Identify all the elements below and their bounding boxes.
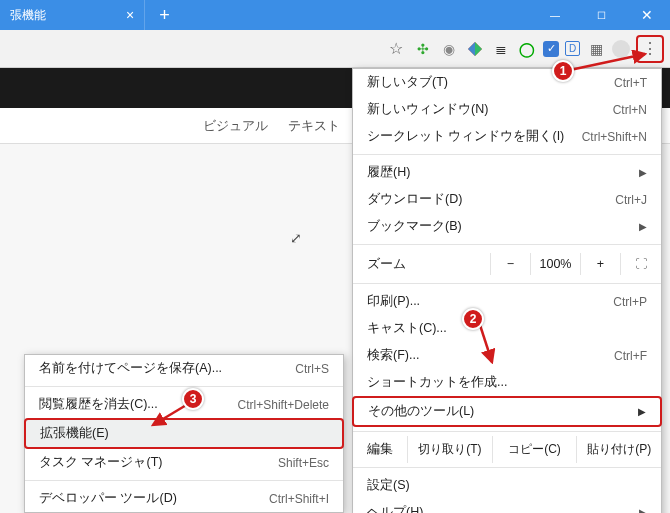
menu-incognito[interactable]: シークレット ウィンドウを開く(I) Ctrl+Shift+N (353, 123, 661, 150)
text-tab[interactable]: テキスト (288, 117, 340, 135)
cut-button[interactable]: 切り取り(T) (407, 436, 492, 463)
menu-divider (25, 480, 343, 481)
extension-grid-icon[interactable]: ▦ (586, 39, 606, 59)
menu-item-label: ダウンロード(D) (367, 191, 462, 208)
menu-item-shortcut: Ctrl+F (614, 349, 647, 363)
submenu-task-manager[interactable]: タスク マネージャ(T) Shift+Esc (25, 449, 343, 476)
menu-item-label: 新しいタブ(T) (367, 74, 448, 91)
menu-item-label: 設定(S) (367, 477, 410, 494)
edit-label: 編集 (353, 436, 407, 463)
menu-item-shortcut: Ctrl+S (295, 362, 329, 376)
menu-item-label: ブックマーク(B) (367, 218, 462, 235)
svg-marker-1 (475, 42, 482, 56)
menu-help[interactable]: ヘルプ(H) ▶ (353, 499, 661, 513)
zoom-value: 100% (531, 253, 581, 275)
close-tab-icon[interactable]: × (126, 7, 134, 23)
window-titlebar: 張機能 × + — ☐ ✕ (0, 0, 670, 30)
menu-item-label: タスク マネージャ(T) (39, 454, 162, 471)
menu-history[interactable]: 履歴(H) ▶ (353, 159, 661, 186)
menu-item-label: 印刷(P)... (367, 293, 420, 310)
extension-diamond-icon[interactable] (465, 39, 485, 59)
menu-edit-row: 編集 切り取り(T) コピー(C) 貼り付け(P) (353, 436, 661, 463)
menu-item-shortcut: Shift+Esc (278, 456, 329, 470)
menu-item-label: 名前を付けてページを保存(A)... (39, 360, 222, 377)
fullscreen-button[interactable]: ⛶ (621, 253, 661, 275)
more-tools-submenu: 名前を付けてページを保存(A)... Ctrl+S 閲覧履歴を消去(C)... … (24, 354, 344, 513)
copy-button[interactable]: コピー(C) (492, 436, 577, 463)
profile-avatar-icon[interactable] (612, 40, 630, 58)
menu-divider (353, 154, 661, 155)
menu-create-shortcut[interactable]: ショートカットを作成... (353, 369, 661, 396)
new-tab-button[interactable]: + (145, 0, 184, 30)
menu-more-tools[interactable]: その他のツール(L) ▶ (352, 396, 662, 427)
paste-button[interactable]: 貼り付け(P) (576, 436, 661, 463)
extension-circle-icon[interactable]: ◉ (439, 39, 459, 59)
bookmark-star-icon[interactable]: ☆ (389, 39, 403, 58)
menu-item-shortcut: Ctrl+T (614, 76, 647, 90)
submenu-save-as[interactable]: 名前を付けてページを保存(A)... Ctrl+S (25, 355, 343, 382)
menu-item-label: その他のツール(L) (368, 403, 474, 420)
window-controls: — ☐ ✕ (532, 0, 670, 30)
menu-find[interactable]: 検索(F)... Ctrl+F (353, 342, 661, 369)
menu-item-label: 閲覧履歴を消去(C)... (39, 396, 158, 413)
menu-bookmarks[interactable]: ブックマーク(B) ▶ (353, 213, 661, 240)
submenu-dev-tools[interactable]: デベロッパー ツール(D) Ctrl+Shift+I (25, 485, 343, 512)
svg-marker-2 (468, 42, 475, 56)
menu-item-label: デベロッパー ツール(D) (39, 490, 177, 507)
step-badge-3: 3 (182, 388, 204, 410)
menu-divider (353, 244, 661, 245)
submenu-arrow-icon: ▶ (639, 167, 647, 178)
zoom-controls: − 100% + ⛶ (490, 253, 661, 275)
tab-title: 張機能 (10, 7, 46, 24)
extension-ring-icon[interactable]: ◯ (517, 39, 537, 59)
extension-check-icon[interactable]: ✓ (543, 41, 559, 57)
menu-item-label: 検索(F)... (367, 347, 419, 364)
menu-cast[interactable]: キャスト(C)... (353, 315, 661, 342)
zoom-out-button[interactable]: − (491, 253, 531, 275)
zoom-in-button[interactable]: + (581, 253, 621, 275)
menu-item-shortcut: Ctrl+N (613, 103, 647, 117)
menu-item-shortcut: Ctrl+Shift+I (269, 492, 329, 506)
main-menu-button[interactable]: ⋮ (636, 35, 664, 63)
menu-item-shortcut: Ctrl+P (613, 295, 647, 309)
menu-new-window[interactable]: 新しいウィンドウ(N) Ctrl+N (353, 96, 661, 123)
menu-downloads[interactable]: ダウンロード(D) Ctrl+J (353, 186, 661, 213)
menu-divider (353, 467, 661, 468)
menu-item-label: 新しいウィンドウ(N) (367, 101, 488, 118)
menu-item-shortcut: Ctrl+Shift+Delete (238, 398, 329, 412)
extension-box-icon[interactable]: D (565, 41, 580, 56)
minimize-button[interactable]: — (532, 0, 578, 30)
submenu-arrow-icon: ▶ (639, 507, 647, 513)
menu-divider (25, 386, 343, 387)
menu-divider (353, 431, 661, 432)
submenu-arrow-icon: ▶ (639, 221, 647, 232)
step-badge-1: 1 (552, 60, 574, 82)
submenu-extensions[interactable]: 拡張機能(E) (24, 418, 344, 449)
maximize-button[interactable]: ☐ (578, 0, 624, 30)
menu-item-label: 拡張機能(E) (40, 425, 109, 442)
menu-item-label: ヘルプ(H) (367, 504, 423, 513)
menu-item-label: ショートカットを作成... (367, 374, 507, 391)
main-dropdown-menu: 新しいタブ(T) Ctrl+T 新しいウィンドウ(N) Ctrl+N シークレッ… (352, 68, 662, 513)
extension-clover-icon[interactable]: ✣ (413, 39, 433, 59)
step-badge-2: 2 (462, 308, 484, 330)
menu-item-label: 履歴(H) (367, 164, 410, 181)
submenu-arrow-icon: ▶ (638, 406, 646, 417)
close-window-button[interactable]: ✕ (624, 0, 670, 30)
menu-item-label: シークレット ウィンドウを開く(I) (367, 128, 564, 145)
menu-new-tab[interactable]: 新しいタブ(T) Ctrl+T (353, 69, 661, 96)
menu-zoom-row: ズーム − 100% + ⛶ (353, 249, 661, 279)
extension-stack-icon[interactable]: ≣ (491, 39, 511, 59)
menu-item-shortcut: Ctrl+J (615, 193, 647, 207)
menu-settings[interactable]: 設定(S) (353, 472, 661, 499)
menu-divider (353, 283, 661, 284)
zoom-label: ズーム (367, 256, 406, 273)
expand-icon[interactable]: ⤢ (290, 230, 302, 246)
visual-tab[interactable]: ビジュアル (203, 117, 268, 135)
menu-print[interactable]: 印刷(P)... Ctrl+P (353, 288, 661, 315)
browser-tab[interactable]: 張機能 × (0, 0, 145, 30)
menu-item-label: キャスト(C)... (367, 320, 447, 337)
menu-item-shortcut: Ctrl+Shift+N (582, 130, 647, 144)
